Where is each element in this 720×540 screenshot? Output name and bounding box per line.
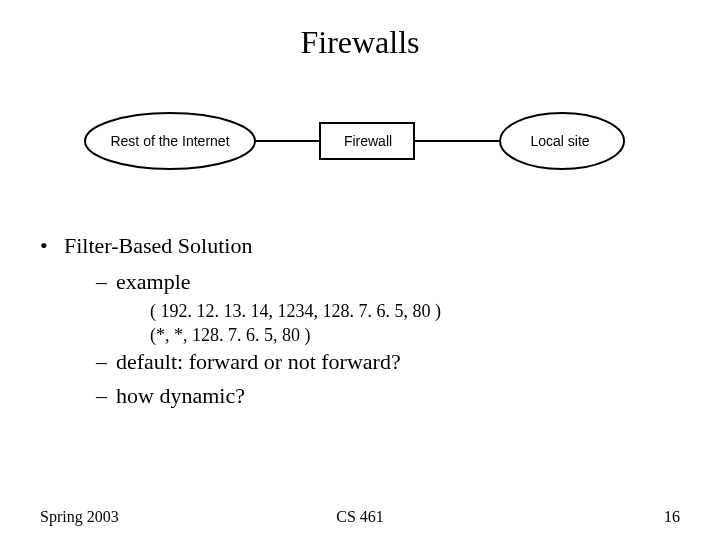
bullet-l2c-text: how dynamic? [116, 381, 245, 411]
bullet-level2: – default: forward or not forward? [96, 347, 720, 377]
bullet-level1: • Filter-Based Solution [40, 231, 720, 261]
code-line-2: (*, *, 128. 7. 6. 5, 80 ) [150, 324, 720, 347]
dash-icon: – [96, 381, 116, 411]
bullet-l1-text: Filter-Based Solution [64, 231, 252, 261]
slide: Firewalls Rest of the Internet Firewall … [0, 0, 720, 540]
firewall-diagram: Rest of the Internet Firewall Local site [0, 101, 720, 191]
diagram-label-internet: Rest of the Internet [90, 133, 250, 149]
diagram-label-local: Local site [500, 133, 620, 149]
bullet-level2: – example [96, 267, 720, 297]
footer-course: CS 461 [0, 508, 720, 526]
footer-page-number: 16 [664, 508, 680, 526]
dash-icon: – [96, 347, 116, 377]
bullet-l2b-text: default: forward or not forward? [116, 347, 401, 377]
content-body: • Filter-Based Solution – example ( 192.… [0, 231, 720, 411]
bullet-dot-icon: • [40, 231, 64, 261]
code-line-1: ( 192. 12. 13. 14, 1234, 128. 7. 6. 5, 8… [150, 300, 720, 323]
diagram-label-firewall: Firewall [318, 133, 418, 149]
slide-title: Firewalls [0, 0, 720, 61]
dash-icon: – [96, 267, 116, 297]
bullet-level2: – how dynamic? [96, 381, 720, 411]
bullet-l2a-text: example [116, 267, 191, 297]
